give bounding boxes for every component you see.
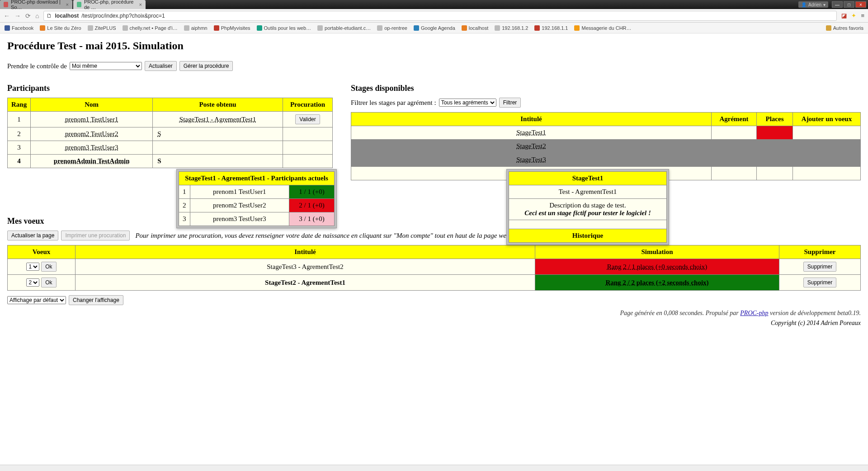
folder-icon — [826, 25, 831, 31]
minimize-button[interactable]: — — [832, 1, 843, 8]
display-select[interactable]: Affichage par défaut — [7, 296, 66, 304]
popup-stage-detail: StageTest1 Test - AgrementTest1 Descript… — [506, 169, 669, 245]
chevron-down-icon: ▾ — [823, 2, 826, 7]
bookmark-icon — [40, 25, 45, 31]
stages-heading: Stages disponibles — [351, 84, 861, 93]
bookmarks-bar: Facebook Le Site du Zéro ZitePLUS chelly… — [0, 23, 868, 33]
filter-select[interactable]: Tous les agréments — [439, 99, 496, 107]
tab-label: PROC-php, procédure de … — [84, 0, 137, 10]
control-label: Prendre le contrôle de — [7, 62, 67, 70]
popup-stage-participants: StageTest1 - AgrementTest1 - Participant… — [176, 169, 337, 228]
maximize-button[interactable]: □ — [844, 1, 854, 8]
popup-title: StageTest1 - AgrementTest1 - Participant… — [179, 172, 335, 185]
print-hint: Pour imprimer une procuration, vous deve… — [135, 232, 511, 240]
bookmark-icon — [5, 25, 10, 31]
delete-button[interactable]: Supprimer — [803, 278, 836, 287]
bookmark-item[interactable]: op-rentree — [377, 25, 407, 31]
bookmark-item[interactable]: 192.168.1.1 — [534, 25, 568, 31]
table-row: 3 prenom3 TestUser3 — [8, 141, 333, 155]
voeux-rank-select[interactable]: 1 — [26, 263, 39, 271]
bookmark-item[interactable]: localhost — [462, 25, 488, 31]
footer-text: Page générée en 0,008 secondes. Propulsé… — [7, 310, 861, 317]
bookmark-item[interactable]: Facebook — [5, 25, 33, 31]
bookmark-icon — [214, 25, 219, 31]
participant-link: prenomAdmin TestAdmin — [54, 157, 130, 165]
table-row: 4 prenomAdmin TestAdmin S — [8, 155, 333, 168]
valider-button[interactable]: Valider — [295, 114, 320, 124]
extension-icon[interactable]: ✦ — [851, 12, 856, 19]
bookmark-icon — [88, 25, 93, 31]
bookmark-item[interactable]: Messagerie du CHR… — [574, 25, 631, 31]
proc-php-link[interactable]: PROC-php — [740, 310, 768, 316]
bookmark-item[interactable]: portable-etudiant.c… — [317, 25, 371, 31]
simulation-text: Rang 2 / 2 places (+2 seconds choix) — [605, 279, 708, 286]
col-rang: Rang — [8, 98, 31, 112]
participant-link: prenom1 TestUser1 — [65, 116, 118, 123]
manage-procedure-button[interactable]: Gérer la procédure — [179, 61, 233, 71]
other-bookmarks[interactable]: Autres favoris — [826, 25, 863, 31]
voeux-heading: Mes voeux — [7, 217, 861, 226]
nav-forward-icon[interactable]: → — [14, 12, 21, 19]
bookmark-icon — [184, 25, 189, 31]
user-chip[interactable]: 👤 Adrien ▾ — [798, 1, 828, 8]
ok-button[interactable]: Ok — [41, 278, 56, 287]
ok-button[interactable]: Ok — [41, 262, 56, 272]
close-window-button[interactable]: × — [855, 1, 866, 8]
close-icon[interactable]: × — [66, 2, 69, 7]
simulation-text: Rang 2 / 1 places (+0 seconds choix) — [607, 263, 707, 270]
poste-link: StageTest1 - AgrementTest1 — [179, 116, 256, 123]
url-path: /test/proc/index.php?choix&proc=1 — [81, 13, 165, 19]
menu-icon[interactable]: ≡ — [861, 12, 864, 19]
home-icon[interactable]: ⌂ — [35, 12, 39, 19]
stage-desc: Description du stage de test. — [549, 202, 626, 209]
table-row: StageTest1 — [351, 126, 861, 140]
col-poste: Poste obtenu — [153, 98, 283, 112]
refresh-page-button[interactable]: Actualiser la page — [7, 231, 58, 240]
browser-tab-1[interactable]: PROC-php download | So… × — [0, 0, 72, 9]
bookmark-item[interactable]: chelly.net • Page d'i… — [123, 25, 178, 31]
bookmark-item[interactable]: Le Site du Zéro — [40, 25, 81, 31]
table-row: 1 prenom1 TestUser1 StageTest1 - Agremen… — [8, 112, 333, 127]
refresh-button[interactable]: Actualiser — [145, 61, 177, 71]
col-procuration: Procuration — [283, 98, 333, 112]
bookmark-item[interactable]: PhpMyvisites — [214, 25, 250, 31]
col-nom: Nom — [31, 98, 153, 112]
bookmark-item[interactable]: 192.168.1.2 — [495, 25, 528, 31]
bookmark-item[interactable]: ZitePLUS — [88, 25, 116, 31]
filter-button[interactable]: Filtrer — [499, 98, 521, 108]
table-row: StageTest3 — [351, 153, 861, 167]
bookmark-item[interactable]: aiphmn — [184, 25, 208, 31]
nav-back-icon[interactable]: ← — [4, 12, 10, 19]
stage-desc-em: Ceci est un stage fictif pour tester le … — [524, 209, 651, 217]
historique-header[interactable]: Historique — [509, 229, 667, 243]
browser-tab-2[interactable]: PROC-php, procédure de … × — [73, 0, 146, 9]
stage-link: StageTest1 — [516, 129, 546, 136]
extension-icon[interactable]: ◪ — [841, 12, 847, 19]
table-row: 2 prenom2 TestUser2 2 / 1 (+0) — [179, 199, 335, 212]
bookmark-icon — [123, 25, 128, 31]
change-display-button[interactable]: Changer l'affichage — [69, 295, 123, 305]
control-select[interactable]: Moi même — [70, 62, 142, 70]
table-row: StageTest2 — [351, 140, 861, 153]
col-simulation: Simulation — [535, 245, 779, 259]
print-procuration-button: Imprimer une procuration — [61, 231, 130, 240]
bookmark-icon — [462, 25, 467, 31]
reload-icon[interactable]: ⟳ — [25, 12, 31, 19]
bookmark-icon — [495, 25, 500, 31]
bookmark-item[interactable]: Google Agenda — [414, 25, 455, 31]
bookmark-icon — [257, 25, 262, 31]
delete-button[interactable]: Supprimer — [803, 262, 836, 272]
tab-label: PROC-php download | So… — [11, 0, 63, 10]
participants-heading: Participants — [7, 84, 333, 93]
address-bar[interactable]: 🗋 localhost /test/proc/index.php?choix&p… — [43, 11, 837, 21]
participant-link: prenom3 TestUser3 — [65, 144, 118, 151]
user-icon: 👤 — [801, 2, 807, 7]
stage-link: StageTest2 — [516, 142, 546, 150]
participants-table: Rang Nom Poste obtenu Procuration 1 pren… — [7, 98, 333, 168]
table-row: 2 prenom2 TestUser2 S — [8, 127, 333, 141]
close-icon[interactable]: × — [139, 2, 142, 7]
col-agrement: Agrément — [712, 113, 757, 126]
voeux-rank-select[interactable]: 2 — [26, 278, 39, 287]
stage-link: StageTest3 — [516, 156, 546, 163]
bookmark-item[interactable]: Outils pour les web… — [257, 25, 311, 31]
